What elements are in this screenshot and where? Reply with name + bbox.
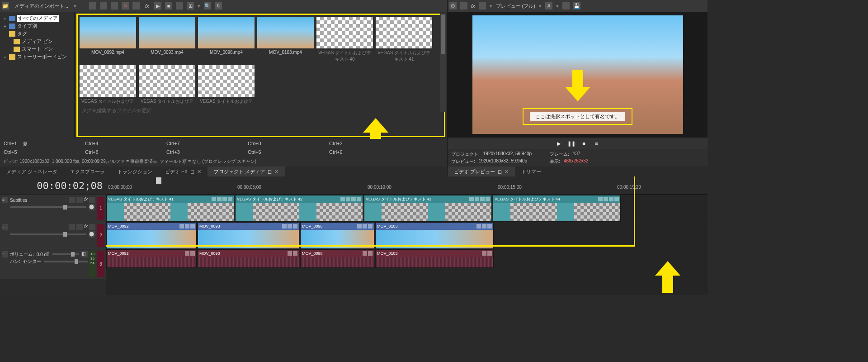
tree-all-media[interactable]: ▪すべてのメディア — [2, 14, 72, 22]
view-icon[interactable]: ⊞ — [187, 2, 194, 10]
title-clip[interactable]: VEGAS タイトルおよびテキスト 42 — [235, 195, 363, 222]
maximize-icon[interactable]: ◻ — [268, 169, 272, 175]
pan-slider[interactable] — [44, 261, 88, 262]
media-item[interactable]: VEGAS タイトルおよびテキスト 40 — [316, 17, 373, 62]
tree-by-type[interactable]: +タイプ別 — [2, 22, 72, 30]
scrollbar-vertical[interactable] — [440, 14, 446, 112]
menu-icon[interactable]: ≡ — [2, 251, 8, 257]
remove-icon[interactable]: ✕ — [122, 2, 129, 10]
media-item[interactable]: MOV_0093.mp4 — [139, 17, 195, 62]
grid-icon[interactable]: # — [545, 2, 552, 10]
get-media-icon[interactable] — [111, 2, 118, 10]
track-header-video[interactable]: ≡ fx ⬤ 2 — [0, 222, 106, 249]
media-item[interactable]: VEGAS タイトルおよびテ — [80, 65, 136, 105]
title-clip[interactable]: VEGAS タイトルおよびテキスト 43 — [364, 195, 492, 222]
shortcut[interactable]: Ctrl+0 — [248, 141, 320, 148]
mute-icon[interactable] — [89, 224, 95, 230]
menu-icon[interactable]: ≡ — [593, 140, 600, 147]
tab-transition[interactable]: トランジション — [111, 167, 159, 176]
close-icon[interactable]: ✕ — [274, 169, 278, 175]
media-item[interactable]: MOV_0098.mp4 — [198, 17, 255, 62]
fx-icon[interactable] — [222, 197, 227, 201]
track-name[interactable]: Subtitles — [10, 198, 27, 203]
shortcut[interactable]: Ctrl+8 — [85, 149, 157, 155]
crop-icon[interactable] — [217, 197, 222, 201]
tab-generators[interactable]: メディア ジェネレータ — [0, 167, 64, 176]
menu-icon[interactable] — [190, 251, 195, 256]
shortcut[interactable]: Ctrl+9 — [329, 149, 401, 155]
track-header-subtitles[interactable]: ≡ Subtitles fx ⬤ 1 — [0, 195, 106, 222]
audio-clip[interactable]: MOV_0093 — [198, 249, 299, 268]
split-screen-icon[interactable] — [479, 2, 486, 10]
capture-icon[interactable] — [100, 2, 107, 10]
audio-clip[interactable]: MOV_0103 — [375, 249, 494, 268]
fx-icon[interactable]: fx — [84, 224, 88, 230]
shortcut[interactable]: Ctrl+5 — [4, 149, 76, 155]
volume-slider[interactable] — [52, 253, 79, 255]
track-header-audio[interactable]: ≡ ボリューム:0.0 dB◧ パン:センター 183654 3 — [0, 249, 106, 279]
shortcut[interactable]: Ctrl+7 — [166, 141, 239, 148]
track-lane-subtitles[interactable]: VEGAS タイトルおよびテキスト 41 VEGAS タイトルおよびテキスト 4… — [106, 195, 708, 222]
save-snapshot-icon[interactable]: 💾 — [573, 2, 580, 10]
autopreview-icon[interactable] — [176, 2, 183, 10]
close-icon[interactable]: ✕ — [197, 169, 201, 175]
fx-icon[interactable] — [185, 251, 189, 256]
video-clip[interactable]: MOV_0103 — [375, 222, 494, 249]
fx-icon[interactable]: fx — [143, 2, 151, 10]
play-icon[interactable]: ▶ — [154, 2, 161, 10]
tree-smart-bin[interactable]: スマート ビン — [2, 45, 72, 53]
title-clip[interactable]: VEGAS タイトルおよびテキスト 44 — [493, 195, 621, 222]
timecode-display[interactable]: 00:00:02;08 — [0, 176, 106, 195]
fx-icon[interactable] — [185, 224, 189, 229]
preview-quality-label[interactable]: プレビュー (フル) — [496, 3, 535, 10]
automation-icon[interactable] — [76, 224, 83, 230]
level-slider[interactable] — [10, 206, 86, 208]
record-icon[interactable]: ⬤ — [89, 204, 95, 210]
record-icon[interactable]: ⬤ — [89, 231, 95, 238]
stop-icon[interactable]: ■ — [165, 2, 172, 10]
search-icon[interactable]: 🔍 — [204, 2, 211, 10]
title-clip[interactable]: VEGAS タイトルおよびテキスト 41 — [106, 195, 234, 222]
shortcut[interactable]: Ctrl+6 — [248, 149, 320, 155]
tag-input[interactable]: タグを編集するファイルを選択 — [80, 105, 442, 117]
shortcut[interactable]: Ctrl+2 — [329, 141, 401, 148]
media-item[interactable]: VEGAS タイトルおよびテ — [198, 65, 255, 105]
video-clip[interactable]: MOV_0093 — [198, 222, 299, 249]
audio-clip[interactable]: MOV_0098 — [300, 249, 374, 268]
maximize-icon[interactable]: ◻ — [498, 169, 502, 175]
tab-video-preview[interactable]: ビデオ プレビュー ◻ ✕ — [448, 167, 515, 176]
media-item[interactable]: MOV_0103.mp4 — [257, 17, 314, 62]
touch-icon[interactable]: ◧ — [81, 251, 88, 257]
stop-button[interactable]: ■ — [580, 140, 588, 147]
menu-icon[interactable]: ≡ — [2, 224, 8, 230]
menu-icon[interactable] — [228, 197, 232, 201]
fx-icon[interactable]: fx — [471, 3, 475, 9]
fx-icon[interactable]: fx — [84, 197, 88, 203]
tree-storyboard-bin[interactable]: +ストーリーボードビン — [2, 53, 72, 61]
folder-icon[interactable]: 📁 — [2, 2, 9, 10]
generated-icon[interactable] — [212, 197, 216, 201]
pause-button[interactable]: ❚❚ — [568, 140, 575, 147]
external-monitor-icon[interactable] — [460, 2, 467, 10]
tree-media-bin[interactable]: メディア ビン — [2, 38, 72, 45]
bypass-icon[interactable] — [69, 224, 75, 230]
bypass-icon[interactable] — [69, 197, 75, 203]
video-clip[interactable]: MOV_0098 — [300, 222, 374, 249]
tab-video-fx[interactable]: ビデオ FX ◻ ✕ — [159, 167, 208, 176]
refresh-icon[interactable]: ↻ — [215, 2, 222, 10]
menu-icon[interactable]: ≡ — [2, 197, 8, 203]
maximize-icon[interactable]: ◻ — [190, 169, 194, 175]
settings-icon[interactable]: ⚙ — [449, 2, 457, 10]
shortcut[interactable]: Ctrl+1夏 — [4, 141, 76, 148]
media-item[interactable]: MOV_0092.mp4 — [80, 17, 136, 62]
tab-explorer[interactable]: エクスプローラ — [64, 167, 111, 176]
video-clip[interactable]: MOV_0092 — [106, 222, 197, 249]
media-item[interactable]: VEGAS タイトルおよびテ — [139, 65, 195, 105]
audio-clip[interactable]: MOV_0092 — [106, 249, 197, 268]
copy-snapshot-icon[interactable] — [562, 2, 570, 10]
playhead-marker[interactable] — [156, 177, 161, 184]
media-item[interactable]: VEGAS タイトルおよびテキスト 41 — [376, 17, 432, 62]
close-icon[interactable]: ✕ — [505, 169, 509, 175]
shortcut[interactable]: Ctrl+3 — [166, 149, 239, 155]
track-lane-video[interactable]: MOV_0092 MOV_0093 MOV_0098 MOV_0103 — [106, 222, 708, 249]
